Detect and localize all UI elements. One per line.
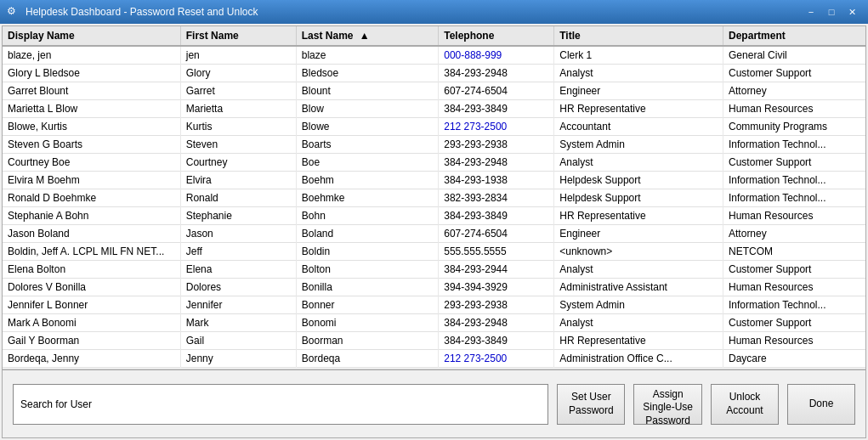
col-department[interactable]: Department xyxy=(723,26,865,46)
user-table: Display Name First Name Last Name ▲ Tele… xyxy=(3,26,865,368)
cell-title: HR Representative xyxy=(554,100,723,118)
col-title[interactable]: Title xyxy=(554,26,723,46)
maximize-button[interactable]: □ xyxy=(822,4,841,20)
col-last-name[interactable]: Last Name ▲ xyxy=(296,26,438,46)
cell-department: Human Resources xyxy=(723,332,865,350)
cell-title: HR Representative xyxy=(554,207,723,225)
cell-telephone: 607-274-6504 xyxy=(439,82,554,100)
cell-title: Analyst xyxy=(554,65,723,82)
cell-telephone: 607-274-6504 xyxy=(439,225,554,243)
cell-department: NETCOM xyxy=(723,243,865,261)
title-bar: ⚙ Helpdesk Dashboard - Password Reset an… xyxy=(0,0,868,24)
cell-title: Engineer xyxy=(554,225,723,243)
cell-lastName: Bonner xyxy=(296,296,438,314)
table-row[interactable]: blaze, jenjenblaze000-888-999Clerk 1Gene… xyxy=(3,46,865,65)
search-input[interactable] xyxy=(13,384,548,425)
window-controls: − □ ✕ xyxy=(802,4,861,20)
cell-title: Helpdesk Support xyxy=(554,172,723,189)
col-display-name[interactable]: Display Name xyxy=(3,26,180,46)
table-row[interactable]: Bordeqa, JennyJennyBordeqa212 273-2500Ad… xyxy=(3,350,865,368)
cell-telephone: 384-293-3849 xyxy=(439,100,554,118)
cell-telephone: 384-293-2944 xyxy=(439,261,554,279)
cell-department: Customer Support xyxy=(723,154,865,172)
cell-lastName: Boehm xyxy=(296,172,438,189)
cell-firstName: Elvira xyxy=(180,172,296,189)
table-row[interactable]: Jennifer L BonnerJenniferBonner293-293-2… xyxy=(3,296,865,314)
cell-firstName: Jenny xyxy=(180,350,296,368)
cell-title: Analyst xyxy=(554,261,723,279)
table-row[interactable]: Courtney BoeCourtneyBoe384-293-2948Analy… xyxy=(3,154,865,172)
cell-firstName: Ronald xyxy=(180,189,296,207)
cell-department: Attorney xyxy=(723,82,865,100)
col-telephone[interactable]: Telephone xyxy=(439,26,554,46)
cell-title: <unknown> xyxy=(554,243,723,261)
header-row: Display Name First Name Last Name ▲ Tele… xyxy=(3,26,865,46)
cell-firstName: Glory xyxy=(180,65,296,82)
cell-telephone: 382-393-2834 xyxy=(439,189,554,207)
cell-firstName: Courtney xyxy=(180,154,296,172)
cell-department: Information Technol... xyxy=(723,296,865,314)
table-row[interactable]: Stephanie A BohnStephanieBohn384-293-384… xyxy=(3,207,865,225)
cell-telephone: 384-293-2948 xyxy=(439,65,554,82)
done-button[interactable]: Done xyxy=(787,384,855,425)
cell-department: Information Technol... xyxy=(723,136,865,154)
minimize-button[interactable]: − xyxy=(802,4,820,20)
cell-lastName: Bonomi xyxy=(296,314,438,332)
cell-title: Engineer xyxy=(554,82,723,100)
cell-title: HR Representative xyxy=(554,332,723,350)
table-row[interactable]: Garret BlountGarretBlount607-274-6504Eng… xyxy=(3,82,865,100)
cell-lastName: Blowe xyxy=(296,118,438,136)
cell-telephone: 212 273-2500 xyxy=(439,350,554,368)
cell-lastName: Bonilla xyxy=(296,279,438,296)
table-row[interactable]: Glory L BledsoeGloryBledsoe384-293-2948A… xyxy=(3,65,865,82)
main-content: Display Name First Name Last Name ▲ Tele… xyxy=(2,25,866,438)
assign-single-use-password-button[interactable]: AssignSingle-UsePassword xyxy=(633,384,702,425)
table-scroll-area[interactable]: Display Name First Name Last Name ▲ Tele… xyxy=(3,26,865,369)
table-row[interactable]: Dolores V BonillaDoloresBonilla394-394-3… xyxy=(3,279,865,296)
table-header: Display Name First Name Last Name ▲ Tele… xyxy=(3,26,865,46)
cell-title: Administrative Assistant xyxy=(554,279,723,296)
cell-lastName: Boorman xyxy=(296,332,438,350)
table-row[interactable]: Boldin, Jeff A. LCPL MIL FN NET...JeffBo… xyxy=(3,243,865,261)
cell-displayName: Jennifer L Bonner xyxy=(3,296,180,314)
cell-telephone: 384-293-2948 xyxy=(439,154,554,172)
cell-telephone: 293-293-2938 xyxy=(439,136,554,154)
cell-lastName: Boland xyxy=(296,225,438,243)
close-button[interactable]: ✕ xyxy=(842,4,861,20)
cell-department: Human Resources xyxy=(723,279,865,296)
cell-title: Administration Office C... xyxy=(554,350,723,368)
table-row[interactable]: Mark A BonomiMarkBonomi384-293-2948Analy… xyxy=(3,314,865,332)
cell-firstName: Garret xyxy=(180,82,296,100)
table-container: Display Name First Name Last Name ▲ Tele… xyxy=(3,26,865,369)
cell-displayName: blaze, jen xyxy=(3,46,180,65)
cell-displayName: Boldin, Jeff A. LCPL MIL FN NET... xyxy=(3,243,180,261)
sort-arrow: ▲ xyxy=(360,30,370,42)
cell-department: Daycare xyxy=(723,350,865,368)
table-row[interactable]: Jason BolandJasonBoland607-274-6504Engin… xyxy=(3,225,865,243)
window-title: Helpdesk Dashboard - Password Reset and … xyxy=(26,6,258,18)
cell-firstName: Jennifer xyxy=(180,296,296,314)
cell-department: Attorney xyxy=(723,225,865,243)
table-row[interactable]: Elvira M BoehmElviraBoehm384-293-1938Hel… xyxy=(3,172,865,189)
cell-displayName: Jason Boland xyxy=(3,225,180,243)
table-row[interactable]: Elena BoltonElenaBolton384-293-2944Analy… xyxy=(3,261,865,279)
cell-department: Customer Support xyxy=(723,261,865,279)
table-row[interactable]: Gail Y BoormanGailBoorman384-293-3849HR … xyxy=(3,332,865,350)
cell-firstName: Kurtis xyxy=(180,118,296,136)
col-first-name[interactable]: First Name xyxy=(180,26,296,46)
cell-firstName: Marietta xyxy=(180,100,296,118)
unlock-account-button[interactable]: UnlockAccount xyxy=(711,384,779,425)
table-row[interactable]: Ronald D BoehmkeRonaldBoehmke382-393-283… xyxy=(3,189,865,207)
set-password-button[interactable]: Set UserPassword xyxy=(557,384,625,425)
cell-lastName: Boehmke xyxy=(296,189,438,207)
cell-telephone: 555.555.5555 xyxy=(439,243,554,261)
cell-displayName: Blowe, Kurtis xyxy=(3,118,180,136)
cell-title: Helpdesk Support xyxy=(554,189,723,207)
cell-telephone: 384-293-3849 xyxy=(439,332,554,350)
table-row[interactable]: Blowe, KurtisKurtisBlowe212 273-2500Acco… xyxy=(3,118,865,136)
bottom-panel: Set UserPassword AssignSingle-UsePasswor… xyxy=(3,369,865,437)
table-row[interactable]: Marietta L BlowMariettaBlow384-293-3849H… xyxy=(3,100,865,118)
cell-lastName: Boarts xyxy=(296,136,438,154)
cell-firstName: Gail xyxy=(180,332,296,350)
table-row[interactable]: Steven G BoartsStevenBoarts293-293-2938S… xyxy=(3,136,865,154)
